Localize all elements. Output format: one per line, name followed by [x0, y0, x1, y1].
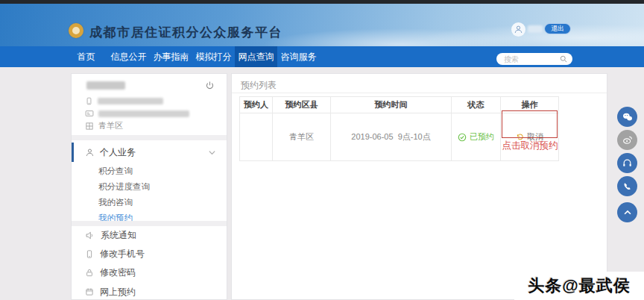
customer-service-icon[interactable] [617, 153, 637, 173]
cell-person [240, 113, 273, 161]
sidebar-item-points-query[interactable]: 积分查询 [98, 163, 210, 179]
smartphone-icon [85, 249, 94, 259]
nav-tab-simulated-scoring[interactable]: 模拟打分 [192, 46, 235, 67]
smartphone-icon [85, 96, 93, 106]
check-circle-icon [458, 133, 467, 142]
back-to-top-icon[interactable] [617, 202, 637, 222]
nav-tab-home[interactable]: 首页 [65, 46, 107, 67]
nav-tab-branch-query[interactable]: 网点查询 [235, 46, 277, 67]
tool-label: 网上预约 [100, 286, 136, 299]
active-group-indicator [72, 143, 74, 162]
district-grid-icon [85, 122, 94, 131]
person-icon [85, 148, 95, 157]
site-logo [69, 23, 83, 38]
redacted-header-username [528, 25, 543, 33]
tool-label: 修改密码 [100, 266, 136, 279]
cell-district: 青羊区 [273, 113, 331, 161]
weibo-icon[interactable] [617, 130, 637, 150]
sidebar-item-change-password[interactable]: 修改密码 [85, 266, 136, 279]
header-banner: 成都市居住证积分公众服务平台 退出 [0, 4, 644, 46]
nav-tab-info-disclosure[interactable]: 信息公开 [107, 46, 150, 67]
annotation-highlight-rect [502, 110, 558, 138]
logout-button[interactable]: 退出 [544, 23, 571, 34]
nav-tab-consulting[interactable]: 咨询服务 [277, 46, 320, 67]
user-district-row: 青羊区 [85, 120, 123, 131]
id-card-icon [85, 109, 94, 118]
search-icon[interactable] [559, 54, 568, 63]
col-header-person: 预约人 [240, 97, 273, 113]
power-logout-icon[interactable] [205, 80, 215, 93]
reservation-panel: 预约列表 预约人 预约区县 预约时间 状态 操作 青羊区 2019-06-05 … [231, 73, 607, 300]
watermark: 头条@最武侯 [514, 272, 644, 300]
sidebar-item-points-progress[interactable]: 积分进度查询 [98, 179, 210, 195]
sidebar-group-personal-business[interactable]: 个人业务 [72, 141, 227, 163]
chevron-down-icon [208, 149, 216, 157]
annotation-text: 点击取消预约 [494, 140, 566, 152]
sidebar-item-my-consultation[interactable]: 我的咨询 [98, 195, 210, 210]
redacted-user-name [86, 81, 125, 90]
user-district-label: 青羊区 [98, 120, 123, 131]
calendar-icon [85, 287, 94, 296]
sidebar-divider-2 [72, 221, 227, 226]
sidebar: 青羊区 个人业务 积分查询 积分进度查询 我的咨询 我的预约 系统通知 修改手机… [71, 73, 227, 300]
search-input[interactable] [504, 55, 559, 63]
site-title: 成都市居住证积分公众服务平台 [89, 24, 282, 41]
tool-label: 系统通知 [101, 229, 136, 242]
col-header-time: 预约时间 [331, 97, 452, 113]
cell-status: 已预约 [452, 113, 501, 161]
redacted-phone-number [98, 98, 163, 104]
wechat-icon[interactable] [617, 107, 637, 127]
col-header-district: 预约区县 [273, 97, 331, 113]
user-id-row [85, 109, 189, 118]
sidebar-divider [72, 135, 227, 140]
nav-tab-service-guide[interactable]: 办事指南 [150, 46, 192, 67]
sidebar-item-online-reservation[interactable]: 网上预约 [85, 285, 136, 299]
col-header-status: 状态 [452, 97, 501, 113]
panel-title: 预约列表 [241, 79, 277, 92]
lock-icon [85, 268, 94, 278]
user-avatar-icon[interactable] [511, 22, 525, 37]
status-badge: 已预约 [470, 131, 494, 143]
cell-time: 2019-06-05 9点-10点 [331, 113, 452, 161]
user-phone-row [85, 96, 163, 106]
group-label: 个人业务 [100, 146, 136, 159]
sidebar-item-change-phone[interactable]: 修改手机号 [85, 247, 145, 260]
speaker-icon [85, 231, 95, 240]
redacted-id-number [98, 110, 189, 117]
panel-divider [232, 93, 607, 93]
tool-label: 修改手机号 [100, 248, 145, 260]
sidebar-item-system-notice[interactable]: 系统通知 [85, 228, 136, 242]
phone-icon[interactable] [617, 176, 637, 196]
nav-tabs: 首页 信息公开 办事指南 模拟打分 网点查询 咨询服务 [65, 46, 320, 67]
nav-search-box[interactable] [496, 53, 572, 65]
floating-toolbar [617, 107, 637, 222]
